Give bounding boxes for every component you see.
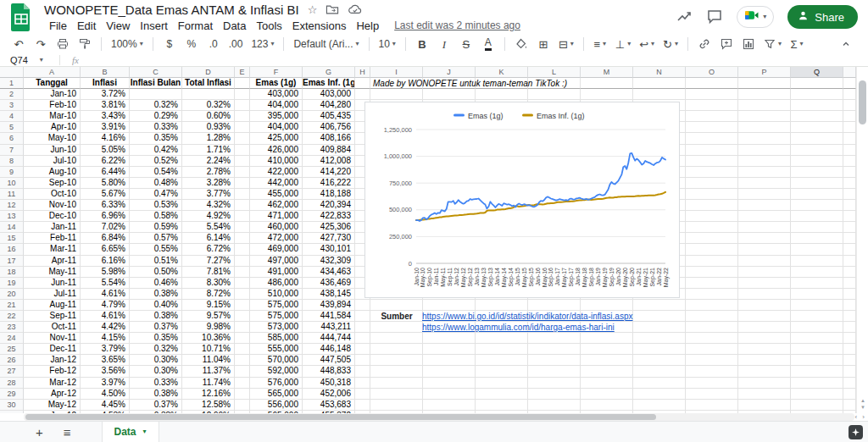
cell-M28[interactable] [581,378,633,389]
cell-Q17[interactable] [791,256,843,267]
star-icon[interactable]: ☆ [308,4,318,15]
increase-decimals-button[interactable]: .00 [225,35,247,53]
cell-H21[interactable] [355,300,370,311]
create-filter-icon[interactable]: ▾ [760,35,785,53]
cell-G6[interactable]: 408,166 [303,133,355,144]
menu-edit[interactable]: Edit [72,19,101,32]
redo-icon[interactable]: ↷ [31,35,51,53]
cell-E17[interactable] [235,256,250,267]
cell-G4[interactable]: 405,435 [303,111,355,122]
menu-format[interactable]: Format [173,19,218,32]
cell-partial[interactable] [843,189,856,200]
cell-D5[interactable]: 0.93% [182,122,235,133]
cell-D4[interactable]: 0.60% [182,111,235,122]
cell-O22[interactable] [686,311,738,322]
menu-insert[interactable]: Insert [135,19,173,32]
cell-Q27[interactable] [791,366,843,377]
cell-partial[interactable] [843,200,856,211]
cell-F2[interactable]: 403,000 [250,89,303,100]
text-color-button[interactable]: A [478,35,498,53]
cell-A11[interactable]: Oct-10 [24,189,81,200]
paint-format-icon[interactable] [75,35,95,53]
merge-cells-icon[interactable]: ⊟▾ [555,35,577,53]
cell-partial[interactable] [843,378,856,389]
row-header-30[interactable]: 30 [0,400,24,411]
cell-B2[interactable]: 3.72% [81,89,130,100]
cell-D12[interactable]: 4.32% [182,200,235,211]
cell-O2[interactable] [686,89,738,100]
strikethrough-button[interactable]: S [456,35,476,53]
cell-C6[interactable]: 0.35% [130,133,182,144]
cell-partial[interactable] [843,89,856,100]
cell-Q25[interactable] [791,344,843,355]
cell-P4[interactable] [738,111,791,122]
cell-partial[interactable] [843,111,856,122]
cell-Q30[interactable] [791,400,843,411]
cell-F30[interactable]: 556,000 [250,400,303,411]
cell-F4[interactable]: 395,000 [250,111,303,122]
cell-M21[interactable] [581,300,633,311]
cell-P21[interactable] [738,300,791,311]
select-all-corner[interactable] [0,67,24,78]
cell-C17[interactable]: 0.51% [130,256,182,267]
more-formats-button[interactable]: 123▾ [248,35,277,53]
cell-L25[interactable] [528,344,581,355]
cell-Q24[interactable] [791,333,843,344]
fill-color-icon[interactable] [511,35,531,53]
cell-C22[interactable]: 0.38% [130,311,182,322]
cell-G13[interactable]: 422,833 [303,211,355,222]
column-header-D[interactable]: D [182,67,235,78]
cell-C1[interactable]: Inflasi Bulan [130,78,182,89]
cell-C29[interactable]: 0.38% [130,389,182,400]
cell-D22[interactable]: 9.57% [182,311,235,322]
cell-C21[interactable]: 0.40% [130,300,182,311]
cell-C2[interactable] [130,89,182,100]
meet-button[interactable]: ▾ [737,6,774,28]
font-size-select[interactable]: 10▾ [376,35,399,53]
cell-E9[interactable] [235,167,250,178]
cell-E28[interactable] [235,378,250,389]
cell-F24[interactable]: 585,000 [250,333,303,344]
cell-E25[interactable] [235,344,250,355]
cell-Q5[interactable] [791,122,843,133]
cell-H23[interactable] [355,322,370,333]
cell-partial[interactable] [843,222,856,233]
cell-D30[interactable]: 12.58% [182,400,235,411]
cell-P25[interactable] [738,344,791,355]
cell-Q7[interactable] [791,145,843,156]
cell-M1[interactable] [581,78,633,89]
cell-H22[interactable] [355,311,370,322]
cell-A22[interactable]: Sep-11 [24,311,81,322]
cell-P9[interactable] [738,167,791,178]
column-header-E[interactable]: E [235,67,250,78]
column-header-B[interactable]: B [81,67,130,78]
cell-G11[interactable]: 418,188 [303,189,355,200]
cell-O17[interactable] [686,256,738,267]
cell-O12[interactable] [686,200,738,211]
cell-B17[interactable]: 6.16% [81,256,130,267]
row-header-4[interactable]: 4 [0,111,24,122]
cell-P12[interactable] [738,200,791,211]
cell-Q23[interactable] [791,322,843,333]
cell-M29[interactable] [581,389,633,400]
cell-A23[interactable]: Oct-11 [24,322,81,333]
cell-D19[interactable]: 8.30% [182,278,235,289]
row-header-1[interactable]: 1 [0,78,24,89]
cell-P24[interactable] [738,333,791,344]
row-header-22[interactable]: 22 [0,311,24,322]
cell-E30[interactable] [235,400,250,411]
cell-A6[interactable]: May-10 [24,133,81,144]
cell-D27[interactable]: 11.37% [182,366,235,377]
cell-M2[interactable] [581,89,633,100]
cell-G16[interactable]: 430,101 [303,244,355,255]
row-header-16[interactable]: 16 [0,244,24,255]
cell-partial[interactable] [843,156,856,167]
print-icon[interactable] [53,35,73,53]
cell-C24[interactable]: 0.35% [130,333,182,344]
cell-C20[interactable]: 0.38% [130,289,182,300]
cell-G14[interactable]: 425,306 [303,222,355,233]
cell-F9[interactable]: 422,000 [250,167,303,178]
column-header-O[interactable]: O [686,67,738,78]
cell-B13[interactable]: 6.96% [81,211,130,222]
cell-C30[interactable]: 0.37% [130,400,182,411]
